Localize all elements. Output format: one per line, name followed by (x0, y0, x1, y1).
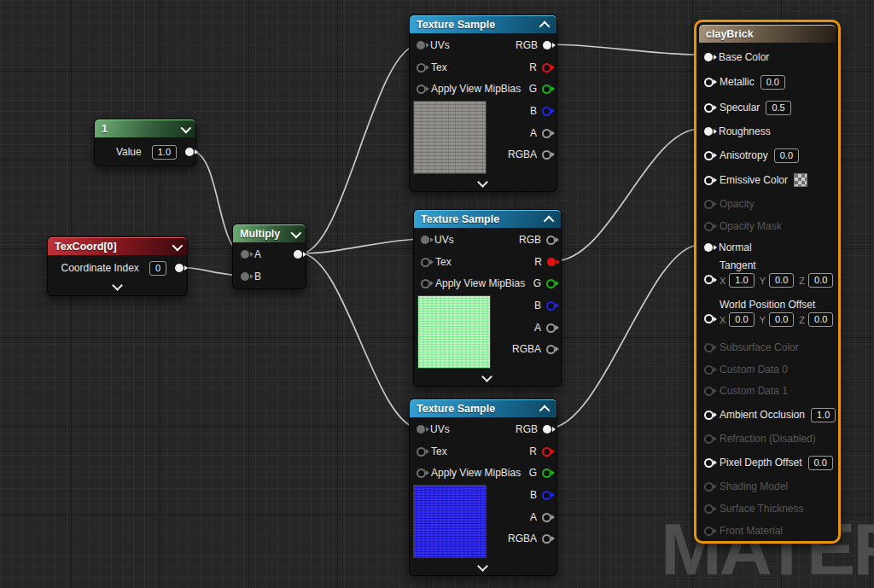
ts2-rgba-pin[interactable] (546, 345, 556, 354)
texture-sample-node-2[interactable]: Texture Sample UVs Tex Apply View MipBia… (413, 209, 562, 387)
material-input-pixel-depth-offset[interactable]: Pixel Depth Offset0.0 (704, 455, 835, 470)
result-node-header[interactable]: clayBrick (699, 25, 836, 43)
ts1-r-pin[interactable] (542, 63, 551, 73)
ts2-a-pin[interactable] (546, 323, 556, 333)
material-input-normal[interactable]: Normal (704, 240, 835, 255)
multiply-node[interactable]: Multiply A B (232, 224, 306, 289)
specular-value-input[interactable]: 0.5 (766, 101, 790, 115)
wpo-x-input[interactable]: 0.0 (729, 312, 754, 327)
ts1-b-pin[interactable] (542, 107, 551, 116)
material-input-subsurface-color[interactable]: Subsurface Color (704, 340, 835, 355)
surface-thickness-pin[interactable] (704, 504, 714, 514)
ts1-uvs-pin[interactable] (417, 41, 425, 49)
ts2-mipbias-pin[interactable] (421, 279, 430, 288)
material-input-ambient-occlusion[interactable]: Ambient Occlusion1.0 (704, 407, 835, 422)
ts2-rgb-pin[interactable] (546, 236, 556, 245)
ambient-occlusion-value-input[interactable]: 1.0 (811, 408, 836, 422)
material-input-roughness[interactable]: Roughness (704, 124, 835, 139)
ts2-tex-pin[interactable] (421, 258, 430, 267)
ts3-mipbias-pin[interactable] (417, 469, 426, 478)
ts3-rgb-pin[interactable] (543, 425, 551, 434)
chevron-down-icon[interactable] (172, 240, 184, 251)
material-input-custom-data-1[interactable]: Custom Data 1 (704, 383, 835, 399)
multiply-node-header[interactable]: Multiply (233, 224, 306, 242)
expand-chevron-icon[interactable] (477, 561, 488, 572)
material-input-anisotropy[interactable]: Anisotropy0.0 (704, 148, 835, 163)
tangent-x-input[interactable]: 1.0 (729, 273, 754, 288)
ts1-rgb-pin[interactable] (543, 41, 551, 49)
anisotropy-pin[interactable] (704, 151, 714, 160)
ts3-b-pin[interactable] (542, 491, 551, 500)
ts2-r-pin[interactable] (547, 258, 556, 266)
constant-output-pin[interactable] (185, 148, 194, 156)
material-input-shading-model[interactable]: Shading Model (704, 479, 835, 494)
refraction-pin[interactable] (704, 434, 714, 444)
opacity-mask-pin[interactable] (704, 222, 714, 231)
normal-pin[interactable] (704, 243, 713, 252)
opacity-pin[interactable] (704, 200, 714, 209)
material-input-specular[interactable]: Specular0.5 (704, 100, 835, 115)
texture-sample-3-header[interactable]: Texture Sample (410, 399, 556, 417)
shading-model-pin[interactable] (704, 482, 714, 492)
material-input-emissive-color[interactable]: Emissive Color (704, 172, 835, 188)
anisotropy-value-input[interactable]: 0.0 (774, 148, 799, 163)
front-material-pin[interactable] (704, 527, 714, 536)
ts1-mipbias-pin[interactable] (417, 84, 426, 94)
ambient-occlusion-pin[interactable] (704, 410, 714, 420)
emissive-color-pin[interactable] (704, 176, 714, 185)
material-input-base-color[interactable]: Base Color (704, 49, 835, 65)
chevron-down-icon[interactable] (181, 122, 192, 133)
multiply-a-pin[interactable] (241, 250, 249, 259)
ts3-r-pin[interactable] (542, 447, 551, 457)
specular-pin[interactable] (704, 103, 714, 113)
ts2-uvs-pin[interactable] (421, 236, 429, 244)
expand-chevron-icon[interactable] (481, 371, 492, 382)
constant-value-input[interactable]: 1.0 (152, 145, 177, 160)
material-result-node-claybrick[interactable]: clayBrick Base Color Metallic0.0 Specula… (694, 20, 841, 544)
chevron-down-icon[interactable] (291, 227, 302, 238)
multiply-output-pin[interactable] (294, 250, 302, 259)
material-input-custom-data-0[interactable]: Custom Data 0 (704, 362, 835, 377)
coordinate-index-input[interactable]: 0 (149, 261, 166, 276)
texture-sample-node-3[interactable]: Texture Sample UVs Tex Apply View MipBia… (409, 399, 557, 576)
tangent-z-input[interactable]: 0.0 (808, 273, 833, 288)
constant-node[interactable]: 1 Value 1.0 (94, 119, 196, 166)
tangent-y-input[interactable]: 0.0 (769, 273, 794, 288)
base-color-pin[interactable] (704, 53, 713, 61)
material-input-front-material[interactable]: Front Material (704, 523, 835, 539)
ts1-g-pin[interactable] (542, 84, 551, 94)
ts2-g-pin[interactable] (546, 279, 556, 288)
texcoord-node-header[interactable]: TexCoord[0] (48, 237, 187, 255)
world-position-offset-pin[interactable] (704, 314, 714, 323)
material-input-world-position-offset[interactable]: World Position Offset X0.0 Y0.0 Z0.0 (704, 299, 835, 327)
expand-chevron-icon[interactable] (477, 177, 488, 188)
metallic-value-input[interactable]: 0.0 (760, 75, 785, 90)
tangent-pin[interactable] (704, 275, 714, 284)
ts1-tex-pin[interactable] (417, 63, 426, 73)
material-input-metallic[interactable]: Metallic0.0 (704, 74, 835, 90)
wpo-y-input[interactable]: 0.0 (769, 312, 794, 327)
ts3-a-pin[interactable] (542, 513, 551, 522)
ts3-rgba-pin[interactable] (542, 534, 551, 544)
metallic-pin[interactable] (704, 78, 714, 87)
material-input-refraction[interactable]: Refraction (Disabled) (704, 431, 835, 446)
material-input-surface-thickness[interactable]: Surface Thickness (704, 501, 835, 516)
constant-node-header[interactable]: 1 (95, 119, 195, 137)
ts3-g-pin[interactable] (542, 469, 551, 478)
material-graph-canvas[interactable]: MATERI 1 Value 1.0 TexCoord[0] Coordinat… (0, 0, 874, 588)
texcoord-output-pin[interactable] (175, 264, 184, 272)
pixel-depth-offset-value-input[interactable]: 0.0 (808, 456, 833, 470)
material-input-opacity-mask[interactable]: Opacity Mask (704, 218, 835, 234)
subsurface-color-pin[interactable] (704, 343, 714, 352)
expand-chevron-icon[interactable] (112, 280, 123, 291)
ts2-b-pin[interactable] (546, 301, 556, 311)
texture-sample-1-header[interactable]: Texture Sample (410, 15, 556, 33)
texture-sample-2-header[interactable]: Texture Sample (414, 210, 561, 228)
wpo-z-input[interactable]: 0.0 (808, 312, 833, 327)
ts1-rgba-pin[interactable] (542, 150, 551, 160)
custom-data-0-pin[interactable] (704, 365, 714, 375)
pixel-depth-offset-pin[interactable] (704, 458, 714, 468)
roughness-pin[interactable] (704, 127, 713, 136)
multiply-b-pin[interactable] (241, 272, 249, 281)
ts3-uvs-pin[interactable] (417, 425, 425, 434)
